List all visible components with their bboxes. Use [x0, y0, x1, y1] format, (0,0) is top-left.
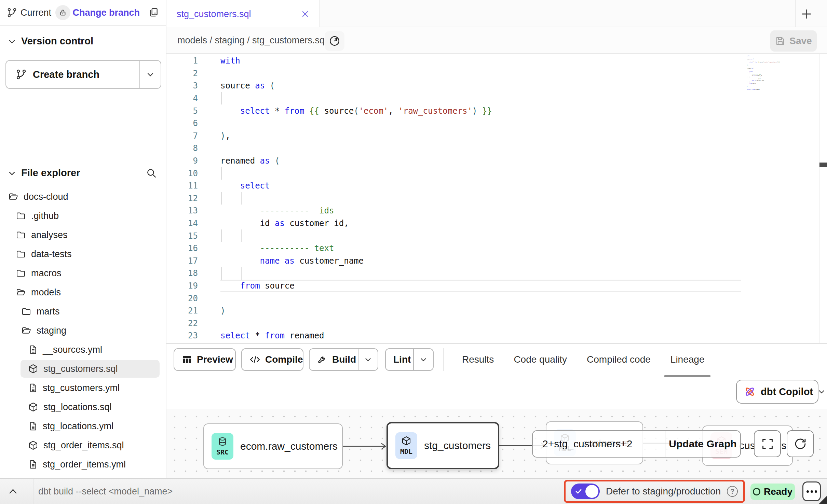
lineage-node-ecom-raw-customers[interactable]: SRCecom.raw_customers — [203, 423, 343, 469]
code-line-10[interactable]: 10 — [166, 167, 827, 180]
change-branch-link[interactable]: Change branch — [72, 8, 140, 18]
folder-icon — [21, 306, 31, 317]
indent-guide — [241, 192, 242, 205]
tree-item-stg-order-items-yml[interactable]: stg_order_items.yml — [0, 455, 166, 474]
tab-compiled-code[interactable]: Compiled code — [587, 354, 651, 365]
tab-code-quality[interactable]: Code quality — [514, 354, 567, 365]
tree-item-data-tests[interactable]: data-tests — [0, 244, 166, 264]
tree-item-marts[interactable]: marts — [0, 302, 166, 321]
lint-button[interactable]: Lint — [385, 348, 434, 371]
version-control-header[interactable]: Version control — [0, 36, 166, 47]
code-line-8[interactable]: 8 — [166, 142, 827, 155]
lineage-canvas[interactable]: SRCecom.raw_customersMDLstg_customersMDL… — [166, 409, 827, 479]
collapse-panel-button[interactable] — [8, 488, 18, 494]
code-line-4[interactable]: 4 — [166, 92, 827, 105]
tree-item-macros[interactable]: macros — [0, 264, 166, 283]
code-line-7[interactable]: 7), — [166, 130, 827, 142]
new-tab-button[interactable] — [801, 8, 812, 20]
help-icon[interactable]: ? — [727, 486, 738, 497]
code-line-23[interactable]: 23select * from renamed — [166, 330, 827, 342]
tree-item-stg-locations-yml[interactable]: stg_locations.yml — [0, 417, 166, 436]
fullscreen-button[interactable] — [754, 430, 781, 457]
refresh-icon[interactable] — [787, 430, 814, 457]
sidebar: Current Change branch Version control — [0, 0, 166, 478]
tab-results[interactable]: Results — [462, 354, 494, 365]
check-icon — [575, 488, 582, 495]
tree-item-models[interactable]: models — [0, 283, 166, 302]
build-button[interactable]: Build — [309, 348, 378, 371]
code-line-16[interactable]: 16 ---------- text — [166, 242, 827, 255]
code-line-20[interactable]: 20 — [166, 292, 827, 305]
save-icon — [775, 36, 785, 46]
tree-item--sources-yml[interactable]: __sources.yml — [0, 340, 166, 359]
tree-item-stg-customers-sql[interactable]: stg_customers.sql — [0, 359, 166, 378]
status-bar: dbt build --select <model_name> Defer to… — [0, 478, 827, 504]
tab-lineage[interactable]: Lineage — [670, 354, 705, 365]
code-line-3[interactable]: 3source as ( — [166, 80, 827, 92]
code-line-6[interactable]: 6 — [166, 117, 827, 130]
defer-toggle[interactable] — [571, 484, 600, 499]
lineage-selector-overlay: 2+stg_customers+2 Update Graph — [532, 430, 741, 458]
file-tree: docs-cloud.githubanalysesdata-testsmacro… — [0, 187, 166, 474]
toolbar-separator — [443, 348, 444, 371]
minimap[interactable]: withsource as ( select * from {{ source(… — [745, 55, 791, 94]
code-lines: 1with23source as (45 select * from {{ so… — [166, 54, 827, 343]
tree-item--github[interactable]: .github — [0, 206, 166, 225]
tree-item-stg-locations-sql[interactable]: stg_locations.sql — [0, 397, 166, 417]
code-editor[interactable]: 1with23source as (45 select * from {{ so… — [166, 54, 827, 343]
command-input[interactable]: dbt build --select <model_name> — [38, 479, 173, 504]
code-line-11[interactable]: 11 select — [166, 180, 827, 192]
create-branch-label: Create branch — [33, 69, 99, 80]
build-label: Build — [332, 354, 356, 365]
minimap-content: withsource as ( select * from {{ source(… — [745, 55, 790, 92]
save-button[interactable]: Save — [770, 30, 817, 52]
more-options-button[interactable] — [802, 481, 821, 501]
statusbar-divider — [33, 479, 34, 504]
create-branch-dropdown[interactable] — [139, 61, 161, 88]
tree-item-stg-customers-yml[interactable]: stg_customers.yml — [0, 378, 166, 397]
create-branch-button[interactable]: Create branch — [5, 60, 161, 89]
search-icon[interactable] — [146, 168, 157, 179]
line-number: 6 — [166, 118, 203, 128]
tree-item-docs-cloud[interactable]: docs-cloud — [0, 187, 166, 206]
tree-item-analyses[interactable]: analyses — [0, 225, 166, 244]
gauge-button[interactable] — [325, 31, 344, 51]
compile-button[interactable]: Compile — [241, 348, 303, 371]
code-line-12[interactable]: 12 — [166, 192, 827, 205]
file-explorer-header[interactable]: File explorer — [0, 167, 166, 179]
tree-item-label: models — [31, 287, 61, 298]
tree-item-staging[interactable]: staging — [0, 321, 166, 340]
code-line-5[interactable]: 5 select * from {{ source('ecom', 'raw_c… — [166, 104, 827, 117]
code-line-15[interactable]: 15 — [166, 229, 827, 242]
code-line-19[interactable]: 19 from source — [166, 280, 827, 292]
lineage-node-stg-customers[interactable]: MDLstg_customers — [387, 422, 499, 469]
defer-toggle-highlight: Defer to staging/production ? — [564, 480, 745, 503]
code-line-21[interactable]: 21) — [166, 305, 827, 317]
editor-scrollbar-thumb[interactable] — [819, 163, 827, 167]
code-line-14[interactable]: 14 id as customer_id, — [166, 217, 827, 230]
code-line-18[interactable]: 18 — [166, 267, 827, 280]
line-number: 3 — [166, 81, 203, 90]
tree-item-stg-order-items-sql[interactable]: stg_order_items.sql — [0, 436, 166, 455]
code-line-17[interactable]: 17 name as customer_name — [166, 255, 827, 267]
copy-branch-icon[interactable] — [148, 7, 159, 18]
lineage-selector-input[interactable]: 2+stg_customers+2 — [533, 431, 665, 457]
close-icon[interactable] — [300, 9, 310, 19]
build-dropdown[interactable] — [358, 349, 378, 370]
branch-lock-badge — [55, 5, 70, 20]
create-branch-main[interactable]: Create branch — [6, 61, 139, 88]
code-line-1[interactable]: 1with — [166, 55, 827, 67]
tab-stg-customers-sql[interactable]: stg_customers.sql — [166, 0, 320, 28]
dbt-copilot-button[interactable]: dbt Copilot — [736, 380, 818, 404]
preview-label: Preview — [197, 354, 233, 365]
code-line-2[interactable]: 2 — [166, 67, 827, 80]
preview-button[interactable]: Preview — [174, 348, 236, 371]
lint-dropdown[interactable] — [413, 349, 433, 370]
chevron-down-icon — [146, 70, 155, 79]
code-line-22[interactable]: 22 — [166, 317, 827, 330]
line-number: 14 — [166, 219, 203, 228]
line-number: 19 — [166, 281, 203, 291]
update-graph-button[interactable]: Update Graph — [665, 431, 740, 457]
code-line-13[interactable]: 13 ---------- ids — [166, 205, 827, 217]
code-line-9[interactable]: 9renamed as ( — [166, 155, 827, 167]
